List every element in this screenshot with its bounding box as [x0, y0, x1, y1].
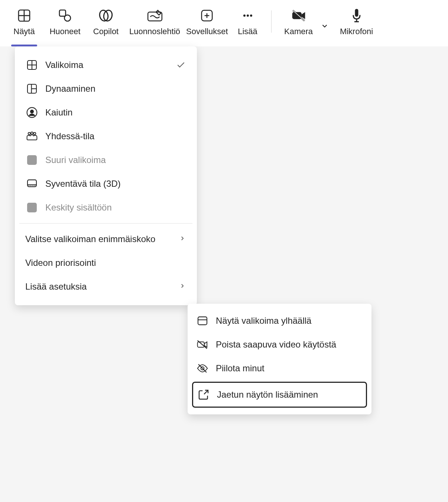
toolbar-copilot-button[interactable]: Copilot: [85, 7, 126, 46]
toolbar-separator: [271, 10, 272, 33]
svg-point-29: [31, 132, 33, 134]
microphone-icon: [350, 7, 363, 25]
toolbar-apps-label: Sovellukset: [186, 27, 228, 36]
svg-rect-4: [64, 15, 71, 21]
toolbar-camera-label: Kamera: [284, 27, 313, 36]
submenu-add-shared-screen[interactable]: Jaetun näytön lisääminen: [192, 382, 367, 408]
submenu-disable-incoming-video[interactable]: Poista saapuva video käytöstä: [188, 333, 371, 356]
toolbar-rooms-label: Huoneet: [49, 27, 80, 36]
toolbar-microphone-label: Mikrofoni: [340, 27, 373, 36]
toolbar-more-button[interactable]: Lisää: [231, 7, 264, 46]
menu-together-label: Yhdessä-tila: [45, 131, 186, 141]
submenu-add-shared-screen-label: Jaetun näytön lisääminen: [217, 389, 362, 400]
menu-immersive-3d[interactable]: Syventävä tila (3D): [15, 172, 197, 196]
svg-rect-31: [27, 156, 36, 164]
toolbar-whiteboard-label: Luonnoslehtiö: [129, 27, 180, 36]
toolbar-view-button[interactable]: Näytä: [4, 7, 45, 46]
speaker-icon: [25, 106, 39, 119]
menu-focus-content[interactable]: Keskity sisältöön: [15, 196, 197, 219]
view-dropdown-menu: Valikoima Dynaaminen Kaiutin Yhdessä-til…: [15, 46, 197, 305]
svg-point-12: [247, 14, 249, 17]
svg-point-13: [250, 14, 252, 17]
immersive-3d-icon: [25, 177, 39, 190]
toolbar-microphone-button[interactable]: Mikrofoni: [336, 7, 377, 46]
svg-point-11: [243, 14, 246, 17]
svg-point-28: [28, 133, 30, 135]
svg-rect-17: [355, 9, 358, 17]
grid-icon: [17, 7, 32, 25]
svg-point-30: [33, 133, 36, 135]
menu-immersive-3d-label: Syventävä tila (3D): [45, 179, 186, 189]
menu-max-gallery-size-label: Valitse valikoiman enimmäiskoko: [25, 234, 179, 244]
menu-dynamic-label: Dynaaminen: [45, 84, 186, 94]
more-icon: [241, 7, 254, 25]
svg-line-49: [204, 390, 208, 394]
menu-gallery[interactable]: Valikoima: [15, 53, 197, 77]
menu-gallery-label: Valikoima: [45, 60, 175, 70]
menu-focus-content-label: Keskity sisältöön: [45, 202, 186, 213]
check-icon: [175, 60, 186, 70]
menu-speaker[interactable]: Kaiutin: [15, 101, 197, 124]
toolbar: Näytä Huoneet Copilot Luonnoslehtiö Sove…: [0, 0, 448, 46]
focus-content-icon: [25, 201, 39, 214]
svg-rect-45: [198, 342, 204, 348]
more-settings-submenu: Näytä valikoima ylhäällä Poista saapuva …: [188, 304, 371, 414]
copilot-icon: [98, 7, 114, 25]
menu-more-settings[interactable]: Lisää asetuksia: [15, 275, 197, 299]
svg-rect-38: [29, 205, 33, 208]
menu-divider: [19, 223, 192, 224]
together-icon: [25, 130, 39, 143]
menu-large-gallery-label: Suuri valikoima: [45, 155, 186, 165]
menu-max-gallery-size[interactable]: Valitse valikoiman enimmäiskoko: [15, 227, 197, 251]
toolbar-view-label: Näytä: [13, 27, 35, 36]
submenu-hide-me-label: Piilota minut: [216, 363, 363, 374]
popout-icon: [197, 388, 210, 401]
chevron-right-icon: [179, 235, 186, 243]
large-gallery-icon: [25, 153, 39, 167]
menu-large-gallery[interactable]: Suuri valikoima: [15, 148, 197, 172]
toolbar-rooms-button[interactable]: Huoneet: [45, 7, 85, 46]
submenu-show-gallery-top-label: Näytä valikoima ylhäällä: [216, 316, 363, 326]
toolbar-camera-button[interactable]: Kamera: [278, 7, 319, 36]
menu-speaker-label: Kaiutin: [45, 107, 186, 118]
submenu-hide-me[interactable]: Piilota minut: [188, 356, 371, 380]
submenu-disable-incoming-video-label: Poista saapuva video käytöstä: [216, 339, 363, 350]
toolbar-more-label: Lisää: [238, 27, 257, 36]
toolbar-copilot-label: Copilot: [93, 27, 119, 36]
svg-rect-43: [198, 317, 207, 325]
menu-dynamic[interactable]: Dynaaminen: [15, 77, 197, 101]
gallery-icon: [25, 58, 39, 72]
menu-prioritize-video[interactable]: Videon priorisointi: [15, 251, 197, 275]
video-off-icon: [196, 338, 209, 351]
rooms-icon: [58, 7, 72, 25]
toolbar-apps-button[interactable]: Sovellukset: [183, 7, 231, 46]
camera-chevron-icon[interactable]: [321, 22, 329, 32]
camera-off-icon: [290, 7, 307, 25]
menu-prioritize-video-label: Videon priorisointi: [25, 258, 186, 268]
apps-icon: [200, 7, 214, 25]
dynamic-icon: [25, 82, 39, 95]
gallery-top-icon: [196, 314, 209, 327]
menu-together[interactable]: Yhdessä-tila: [15, 124, 197, 148]
menu-more-settings-label: Lisää asetuksia: [25, 281, 179, 292]
svg-rect-3: [59, 10, 66, 16]
toolbar-whiteboard-button[interactable]: Luonnoslehtiö: [126, 7, 183, 46]
chevron-right-icon: [179, 283, 186, 291]
whiteboard-icon: [147, 7, 163, 25]
eye-off-icon: [196, 362, 209, 375]
svg-line-48: [198, 364, 207, 372]
submenu-show-gallery-top[interactable]: Näytä valikoima ylhäällä: [188, 309, 371, 333]
svg-point-27: [30, 110, 33, 113]
